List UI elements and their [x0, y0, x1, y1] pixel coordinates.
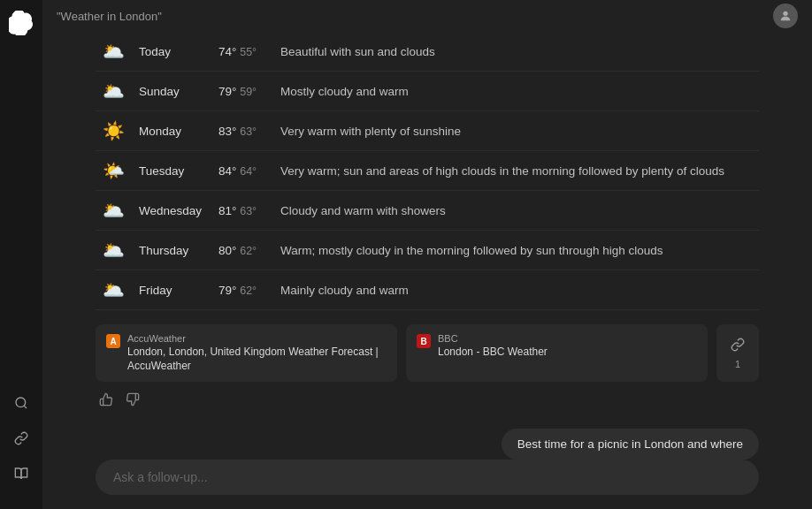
accuweather-favicon: A [106, 334, 120, 348]
day-name: Today [132, 32, 211, 72]
weather-row: 🌥️ Today 74° 55° Beautiful with sun and … [96, 32, 759, 72]
sidebar [0, 0, 42, 509]
weather-row: 🌤️ Tuesday 84° 64° Very warm; sun and ar… [96, 151, 759, 191]
weather-description: Beautiful with sun and clouds [273, 32, 759, 72]
temperature: 83° 63° [211, 111, 273, 151]
weather-row: ☀️ Monday 83° 63° Very warm with plenty … [96, 111, 759, 151]
weather-icon: 🌥️ [103, 280, 125, 300]
main-area: "Weather in London" 🌥️ Today 74° 55° Bea… [42, 0, 812, 509]
day-name: Sunday [132, 72, 211, 111]
thumbs-down-button[interactable] [122, 391, 143, 411]
source-card-bbc[interactable]: B BBC London - BBC Weather [406, 324, 708, 382]
temp-low: 55° [240, 46, 257, 58]
thumbs-up-button[interactable] [96, 391, 117, 411]
accuweather-info: AccuWeather London, London, United Kingd… [127, 333, 387, 373]
bbc-name: BBC [438, 333, 548, 344]
follow-up-input[interactable] [96, 460, 759, 495]
temp-high: 79° [218, 85, 236, 98]
day-name: Tuesday [132, 151, 211, 191]
weather-icon: ☀️ [103, 121, 125, 141]
weather-description: Warm; mostly cloudy in the morning follo… [273, 231, 759, 270]
temp-low: 62° [240, 245, 257, 257]
accuweather-name: AccuWeather [127, 333, 387, 344]
temperature: 79° 59° [211, 72, 273, 111]
link-chain-icon [731, 338, 745, 355]
feedback-row [96, 391, 759, 411]
library-icon-btn[interactable] [7, 460, 35, 488]
input-area [42, 460, 812, 509]
temp-low: 63° [240, 125, 257, 138]
weather-icon-cell: 🌥️ [96, 72, 132, 111]
day-name: Wednesday [132, 191, 211, 231]
temperature: 80° 62° [211, 231, 273, 270]
user-message-bubble: Best time for a picnic in London and whe… [502, 429, 759, 460]
weather-icon-cell: 🌥️ [96, 191, 132, 231]
weather-description: Cloudy and warm with showers [273, 191, 759, 231]
temp-low: 59° [240, 86, 257, 98]
weather-icon: 🌥️ [103, 81, 125, 101]
page-title: "Weather in London" [57, 10, 162, 23]
content-area: 🌥️ Today 74° 55° Beautiful with sun and … [42, 32, 812, 460]
temperature: 74° 55° [211, 32, 273, 72]
weather-icon-cell: 🌤️ [96, 151, 132, 191]
svg-point-0 [16, 398, 26, 407]
temperature: 79° 62° [211, 270, 273, 310]
weather-icon: 🌥️ [103, 240, 125, 260]
weather-icon: 🌥️ [103, 42, 125, 61]
day-name: Friday [132, 270, 211, 310]
temperature: 81° 63° [211, 191, 273, 231]
weather-row: 🌥️ Friday 79° 62° Mainly cloudy and warm [96, 270, 759, 310]
user-avatar[interactable] [773, 4, 798, 28]
temp-high: 80° [218, 244, 236, 257]
weather-description: Mostly cloudy and warm [273, 72, 759, 111]
temperature: 84° 64° [211, 151, 273, 191]
sources-row: A AccuWeather London, London, United Kin… [96, 324, 759, 382]
day-name: Thursday [132, 231, 211, 270]
temp-high: 83° [218, 125, 236, 138]
more-sources-button[interactable]: 1 [716, 324, 759, 382]
bbc-info: BBC London - BBC Weather [438, 333, 548, 360]
weather-row: 🌥️ Thursday 80° 62° Warm; mostly cloudy … [96, 231, 759, 270]
weather-icon: 🌤️ [103, 161, 125, 180]
source-card-accuweather[interactable]: A AccuWeather London, London, United Kin… [96, 324, 397, 382]
temp-low: 62° [240, 285, 257, 297]
weather-description: Very warm with plenty of sunshine [273, 111, 759, 151]
weather-icon: 🌥️ [103, 201, 125, 220]
app-logo[interactable] [9, 11, 34, 35]
weather-description: Very warm; sun and areas of high clouds … [273, 151, 759, 191]
accuweather-title: London, London, United Kingdom Weather F… [127, 346, 387, 373]
bbc-favicon: B [417, 334, 431, 348]
weather-table: 🌥️ Today 74° 55° Beautiful with sun and … [96, 32, 759, 310]
weather-icon-cell: 🌥️ [96, 231, 132, 270]
temp-high: 81° [218, 204, 236, 217]
svg-point-1 [783, 11, 787, 16]
temp-high: 84° [218, 164, 236, 178]
weather-icon-cell: ☀️ [96, 111, 132, 151]
sidebar-icon-group [7, 389, 35, 488]
weather-row: 🌥️ Wednesday 81° 63° Cloudy and warm wit… [96, 191, 759, 231]
temp-low: 63° [240, 205, 257, 217]
search-icon-btn[interactable] [7, 389, 35, 417]
header: "Weather in London" [42, 0, 812, 32]
weather-description: Mainly cloudy and warm [273, 270, 759, 310]
link-icon-btn[interactable] [7, 424, 35, 452]
weather-icon-cell: 🌥️ [96, 270, 132, 310]
bbc-title: London - BBC Weather [438, 346, 548, 360]
temp-high: 79° [218, 284, 236, 297]
temp-low: 64° [240, 165, 257, 178]
weather-row: 🌥️ Sunday 79° 59° Mostly cloudy and warm [96, 72, 759, 111]
more-sources-count: 1 [735, 359, 740, 369]
temp-high: 74° [218, 45, 236, 58]
day-name: Monday [132, 111, 211, 151]
weather-icon-cell: 🌥️ [96, 32, 132, 72]
